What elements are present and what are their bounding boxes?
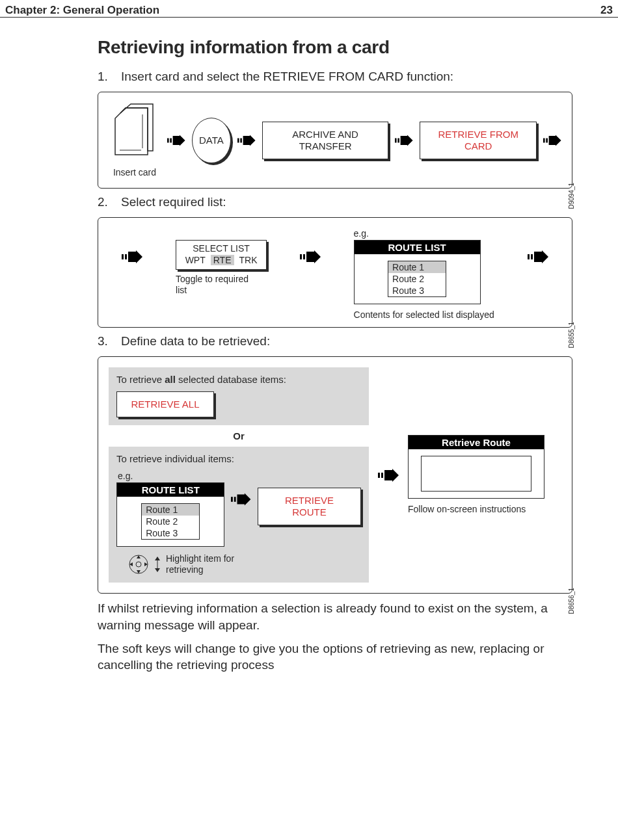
retrieve-all-block: To retrieve all selected database items:… <box>109 367 369 425</box>
svg-marker-1 <box>120 104 153 151</box>
route-list: Route 1 Route 2 Route 3 <box>388 261 446 297</box>
retrieve-route-title: Retrieve Route <box>409 436 544 449</box>
svg-rect-11 <box>398 138 400 142</box>
arrow-icon <box>231 493 250 506</box>
svg-marker-31 <box>137 570 141 573</box>
svg-rect-22 <box>528 254 530 259</box>
step-text: Insert card and select the RETRIEVE FROM… <box>121 70 453 84</box>
route-list-screen: ROUTE LIST Route 1 Route 2 Route 3 <box>116 482 224 547</box>
tab-trk[interactable]: TRK <box>237 255 260 265</box>
svg-marker-15 <box>549 135 561 146</box>
arrow-icon <box>237 134 256 147</box>
svg-marker-39 <box>384 469 399 482</box>
body-paragraph: If whilst retrieving information a selec… <box>98 600 572 633</box>
svg-marker-33 <box>144 562 148 566</box>
updown-arrow-icon <box>154 557 161 572</box>
route-list-screen: ROUTE LIST Route 1 Route 2 Route 3 <box>354 240 481 304</box>
insert-card-label: Insert card <box>113 167 156 177</box>
list-item[interactable]: Route 3 <box>388 285 446 296</box>
or-label: Or <box>109 425 369 447</box>
retrieve-from-card-button[interactable]: RETRIEVE FROM CARD <box>420 122 537 159</box>
step-1: 1. Insert card and select the RETRIEVE F… <box>98 70 572 84</box>
individual-label: To retrieve individual items: <box>116 453 361 464</box>
arrow-icon <box>395 134 413 147</box>
arrow-icon <box>300 250 321 263</box>
arrow-icon <box>122 250 142 263</box>
svg-marker-18 <box>128 250 142 263</box>
page-header: Chapter 2: General Operation 23 <box>0 0 618 18</box>
tab-rte[interactable]: RTE <box>211 255 234 265</box>
svg-rect-4 <box>167 138 169 142</box>
svg-rect-26 <box>234 497 236 502</box>
eg-label: e.g. <box>118 471 361 481</box>
section-title: Retrieving information from a card <box>98 37 572 58</box>
figure-ref: D9094_1 <box>568 183 575 209</box>
svg-rect-17 <box>125 254 127 259</box>
svg-marker-12 <box>401 135 413 146</box>
svg-rect-16 <box>122 254 124 259</box>
step-number: 1. <box>98 70 111 84</box>
svg-rect-7 <box>237 138 239 142</box>
list-item[interactable]: Route 3 <box>142 527 199 539</box>
panel-1: Insert card DATA ARCHIVE AND TRANSFER RE… <box>98 92 572 189</box>
figure-ref: D8656_1 <box>568 588 575 614</box>
eg-label: e.g. <box>354 228 369 239</box>
arrow-icon <box>528 250 548 263</box>
step-text: Define data to be retrieved: <box>121 334 270 348</box>
svg-marker-24 <box>534 250 548 263</box>
svg-rect-14 <box>546 138 548 142</box>
dpad-icon <box>128 554 149 575</box>
chapter-title: Chapter 2: General Operation <box>5 4 159 17</box>
panel-2: SELECT LIST WPT RTE TRK Toggle to requir… <box>98 217 572 328</box>
svg-rect-23 <box>531 254 533 259</box>
svg-marker-32 <box>129 562 133 566</box>
arrow-icon <box>543 134 561 147</box>
contents-caption: Contents for selected list displayed <box>354 309 494 321</box>
retrieve-route-screen: Retrieve Route <box>408 435 544 499</box>
empty-box <box>421 456 531 492</box>
retrieve-all-label: To retrieve all selected database items: <box>116 374 361 385</box>
svg-marker-30 <box>137 555 141 558</box>
svg-rect-8 <box>240 138 242 142</box>
step-2: 2. Select required list: <box>98 195 572 209</box>
list-item[interactable]: Route 2 <box>388 273 446 285</box>
svg-rect-25 <box>231 497 233 502</box>
figure-ref: D8655_1 <box>568 322 575 348</box>
svg-marker-34 <box>155 557 160 560</box>
route-list-title: ROUTE LIST <box>117 483 224 497</box>
svg-rect-19 <box>300 254 302 259</box>
select-list-button[interactable]: SELECT LIST WPT RTE TRK <box>176 240 267 270</box>
svg-point-29 <box>136 562 141 567</box>
arrow-icon <box>167 134 185 147</box>
svg-marker-6 <box>173 135 185 146</box>
svg-marker-21 <box>306 250 321 263</box>
panel-3: To retrieve all selected database items:… <box>98 356 572 594</box>
list-item[interactable]: Route 2 <box>142 516 199 527</box>
archive-transfer-button[interactable]: ARCHIVE AND TRANSFER <box>262 122 389 159</box>
step-number: 2. <box>98 195 111 209</box>
svg-rect-5 <box>170 138 172 142</box>
retrieve-route-button[interactable]: RETRIEVE ROUTE <box>258 488 361 525</box>
svg-marker-27 <box>237 493 251 505</box>
select-list-title: SELECT LIST <box>181 243 261 254</box>
route-list-title: ROUTE LIST <box>355 241 480 254</box>
retrieve-individual-block: To retrieve individual items: e.g. ROUTE… <box>109 447 369 583</box>
list-item[interactable]: Route 1 <box>388 261 446 273</box>
step-number: 3. <box>98 334 111 348</box>
tab-wpt[interactable]: WPT <box>183 255 208 265</box>
svg-marker-36 <box>155 568 160 572</box>
route-list: Route 1 Route 2 Route 3 <box>141 503 200 540</box>
svg-rect-20 <box>303 254 305 259</box>
svg-rect-13 <box>543 138 545 142</box>
svg-rect-38 <box>381 473 383 478</box>
data-button[interactable]: DATA <box>192 118 232 163</box>
retrieve-all-button[interactable]: RETRIEVE ALL <box>116 391 214 417</box>
follow-caption: Follow on-screen instructions <box>408 504 526 515</box>
list-item[interactable]: Route 1 <box>142 504 199 516</box>
step-text: Select required list: <box>121 195 226 209</box>
svg-marker-9 <box>243 135 256 146</box>
body-paragraph: The soft keys will change to give you th… <box>98 640 572 674</box>
svg-rect-37 <box>378 473 380 478</box>
page-number: 23 <box>600 4 613 17</box>
arrow-icon <box>378 469 399 482</box>
